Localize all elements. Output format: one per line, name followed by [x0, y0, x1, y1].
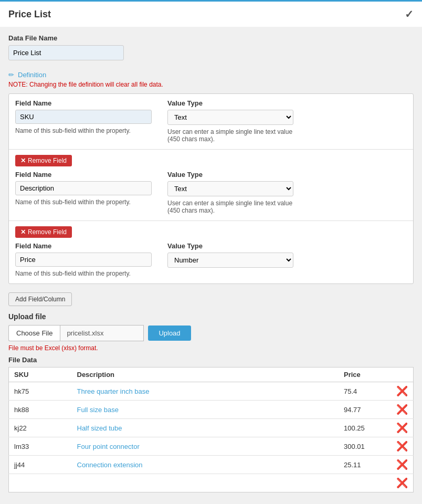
choose-file-button[interactable]: Choose File	[8, 325, 60, 341]
value-type-help-sku: User can enter a simple single line text…	[167, 128, 293, 143]
cell-price-0: 75.4	[339, 382, 391, 401]
definition-note: NOTE: Changing the file definition will …	[8, 81, 414, 88]
field-block-price: ✕ Remove Field Field Name Name of this s…	[9, 221, 413, 284]
file-data-table: SKU Description Price hk75 Three quarter…	[8, 367, 414, 492]
chevron-down-icon[interactable]: ✓	[405, 8, 414, 20]
remove-field-button-price[interactable]: ✕ Remove Field	[15, 226, 72, 238]
field-help-description: Name of this sub-field within the proper…	[15, 198, 152, 206]
definition-section: ✏ Definition NOTE: Changing the file def…	[8, 66, 414, 88]
remove-field-label-price: Remove Field	[28, 228, 67, 236]
cell-price-1: 94.77	[339, 401, 391, 419]
remove-field-label-description: Remove Field	[28, 157, 67, 164]
page-container: Price List ✓ Data File Name ✏ Definition…	[0, 0, 422, 504]
cell-desc-1: Full size base	[72, 401, 339, 419]
cell-sku-1: hk88	[9, 401, 72, 419]
field-name-input-sku[interactable]	[15, 110, 152, 124]
delete-row-button-3[interactable]: ❌	[396, 442, 408, 451]
table-body: hk75 Three quarter inch base 75.4 ❌ hk88…	[9, 382, 414, 492]
cell-sku-2: kj22	[9, 419, 72, 437]
value-type-label-description: Value Type	[167, 171, 293, 178]
cell-price-4: 25.11	[339, 456, 391, 474]
data-file-name-input[interactable]	[8, 45, 124, 60]
field-help-sku: Name of this sub-field within the proper…	[15, 127, 152, 134]
value-type-label-price: Value Type	[167, 242, 293, 250]
table-row: jj44 Connection extension 25.11 ❌	[9, 456, 414, 474]
table-row: kj22 Half sized tube 100.25 ❌	[9, 419, 414, 437]
data-file-name-label: Data File Name	[8, 34, 414, 42]
field-block-sku: Field Name Name of this sub-field within…	[9, 94, 413, 150]
delete-row-button-4[interactable]: ❌	[396, 460, 408, 469]
value-type-select-price[interactable]: Text Number Date	[167, 253, 293, 268]
delete-row-button-1[interactable]: ❌	[396, 405, 408, 414]
delete-row-button-0[interactable]: ❌	[396, 386, 408, 396]
upload-button[interactable]: Upload	[148, 326, 191, 341]
cell-action-5: ❌	[391, 474, 414, 492]
cell-desc-5	[72, 474, 339, 492]
field-row-description: Field Name Name of this sub-field within…	[15, 171, 407, 214]
definition-link[interactable]: ✏ Definition	[8, 71, 46, 79]
add-field-button[interactable]: Add Field/Column	[8, 292, 72, 306]
field-name-input-price[interactable]	[15, 253, 152, 267]
field-col-left-description: Field Name Name of this sub-field within…	[15, 171, 152, 206]
file-format-note: File must be Excel (xlsx) format.	[8, 344, 414, 352]
field-name-label-price: Field Name	[15, 242, 152, 250]
field-name-input-description[interactable]	[15, 181, 152, 195]
cell-desc-4: Connection extension	[72, 456, 339, 474]
field-col-left-sku: Field Name Name of this sub-field within…	[15, 99, 152, 134]
table-row: hk88 Full size base 94.77 ❌	[9, 401, 414, 419]
field-name-label-description: Field Name	[15, 171, 152, 178]
remove-field-button-description[interactable]: ✕ Remove Field	[15, 155, 72, 166]
field-row-price: Field Name Name of this sub-field within…	[15, 242, 407, 277]
content-area: Data File Name ✏ Definition NOTE: Changi…	[0, 27, 422, 500]
col-header-action	[391, 368, 414, 382]
cell-price-3: 300.01	[339, 437, 391, 456]
data-file-name-section: Data File Name	[8, 34, 414, 60]
field-col-right-description: Value Type Text Number Date User can ent…	[167, 171, 293, 214]
fields-container: Field Name Name of this sub-field within…	[8, 93, 414, 284]
page-header: Price List ✓	[0, 0, 422, 27]
col-header-description: Description	[72, 368, 339, 382]
cell-desc-3: Four point connector	[72, 437, 339, 456]
x-icon: ✕	[20, 157, 26, 164]
file-data-label: File Data	[8, 356, 414, 364]
col-header-price: Price	[339, 368, 391, 382]
upload-section: Upload file Choose File pricelist.xlsx U…	[8, 312, 414, 352]
cell-action-4: ❌	[391, 456, 414, 474]
field-col-left-price: Field Name Name of this sub-field within…	[15, 242, 152, 277]
value-type-select-description[interactable]: Text Number Date	[167, 181, 293, 196]
value-type-select-sku[interactable]: Text Number Date	[167, 110, 293, 125]
cell-desc-2: Half sized tube	[72, 419, 339, 437]
delete-row-button-5[interactable]: ❌	[396, 478, 408, 488]
table-row: lm33 Four point connector 300.01 ❌	[9, 437, 414, 456]
field-row-sku: Field Name Name of this sub-field within…	[15, 99, 407, 143]
table-row: hk75 Three quarter inch base 75.4 ❌	[9, 382, 414, 401]
field-block-description: ✕ Remove Field Field Name Name of this s…	[9, 150, 413, 221]
x-icon-price: ✕	[20, 228, 26, 236]
file-data-section: File Data SKU Description Price hk75 Thr…	[8, 356, 414, 492]
cell-desc-0: Three quarter inch base	[72, 382, 339, 401]
file-name-display: pricelist.xlsx	[60, 325, 144, 341]
upload-row: Choose File pricelist.xlsx Upload	[8, 325, 414, 341]
cell-sku-0: hk75	[9, 382, 72, 401]
cell-price-2: 100.25	[339, 419, 391, 437]
delete-row-button-2[interactable]: ❌	[396, 423, 408, 433]
value-type-label-sku: Value Type	[167, 99, 293, 107]
value-type-help-description: User can enter a simple single line text…	[167, 200, 293, 214]
field-col-right-price: Value Type Text Number Date	[167, 242, 293, 268]
cell-action-3: ❌	[391, 437, 414, 456]
cell-price-5	[339, 474, 391, 492]
field-col-right-sku: Value Type Text Number Date User can ent…	[167, 99, 293, 143]
cell-action-2: ❌	[391, 419, 414, 437]
cell-sku-3: lm33	[9, 437, 72, 456]
field-help-price: Name of this sub-field within the proper…	[15, 270, 152, 277]
table-header-row: SKU Description Price	[9, 368, 414, 382]
field-name-label-sku: Field Name	[15, 99, 152, 107]
pencil-icon: ✏	[8, 71, 14, 79]
cell-action-1: ❌	[391, 401, 414, 419]
table-row: ❌	[9, 474, 414, 492]
upload-label: Upload file	[8, 312, 414, 321]
page-title: Price List	[8, 9, 51, 20]
cell-sku-4: jj44	[9, 456, 72, 474]
cell-action-0: ❌	[391, 382, 414, 401]
col-header-sku: SKU	[9, 368, 72, 382]
